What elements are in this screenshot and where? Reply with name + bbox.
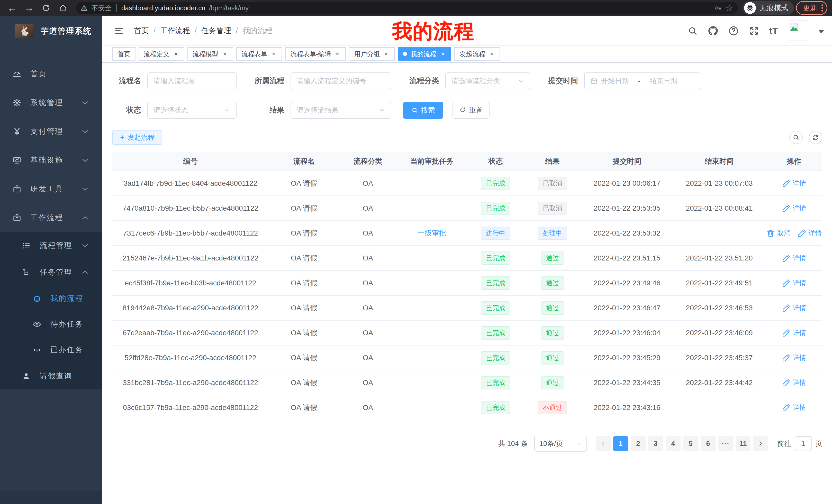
sidebar-item-8[interactable]: 我的流程 (0, 286, 102, 311)
sidebar-item-4[interactable]: 研发工具 (0, 175, 102, 203)
detail-link[interactable]: 详情 (797, 229, 822, 238)
sidebar-item-10[interactable]: 已办任务 (0, 337, 102, 363)
browser-update-button[interactable]: 更新 (796, 1, 827, 15)
update-label[interactable]: 更新 (803, 3, 817, 13)
url-bar[interactable]: 不安全 dashboard.yudao.iocoder.cn/bpm/task/… (76, 2, 738, 14)
tab-label: 流程表单 (241, 50, 267, 58)
close-icon[interactable]: × (439, 50, 446, 58)
refresh-table-button[interactable] (809, 131, 822, 144)
fullscreen-icon[interactable] (749, 25, 759, 36)
tab-3[interactable]: 流程表单× (236, 47, 282, 61)
pen-icon (782, 353, 791, 362)
cell-end-time: 2022-01-22 23:46:09 (673, 329, 765, 337)
cancel-link[interactable]: 取消 (766, 229, 790, 238)
cell-id: 331bc281-7b9a-11ec-a290-acde48001122 (112, 379, 268, 387)
github-icon[interactable] (707, 25, 718, 36)
breadcrumb-item[interactable]: 首页 (134, 26, 149, 36)
saved-password-key-icon[interactable] (714, 4, 722, 12)
detail-link[interactable]: 详情 (782, 278, 806, 288)
page-size-select[interactable]: 10条/页 (534, 436, 587, 452)
search-icon[interactable] (687, 26, 698, 36)
tab-5[interactable]: 用户分组× (349, 47, 395, 61)
detail-link[interactable]: 详情 (782, 254, 806, 263)
chevron-up-icon (80, 213, 90, 222)
show-search-button[interactable] (789, 131, 803, 144)
sidebar-item-5[interactable]: 工作流程 (0, 203, 102, 232)
next-page-button[interactable] (753, 436, 768, 451)
detail-link[interactable]: 详情 (782, 378, 806, 387)
sidebar-item-9[interactable]: 待办任务 (0, 311, 102, 337)
sidebar-item-0[interactable]: 首页 (0, 60, 102, 88)
total-count: 共 104 条 (498, 439, 527, 448)
app-logo[interactable]: 🐇 芋道管理系统 (0, 16, 102, 46)
close-icon[interactable]: × (222, 50, 228, 58)
close-icon[interactable]: × (334, 50, 341, 58)
cell-process-name: OA 请假 (268, 328, 339, 338)
insecure-label[interactable]: 不安全 (92, 4, 111, 12)
cell-status: 进行中 (467, 227, 524, 240)
reset-button[interactable]: 重置 (452, 102, 490, 119)
sidebar-item-1[interactable]: 系统管理 (0, 88, 102, 117)
tab-2[interactable]: 流程模型× (187, 47, 233, 61)
column-header: 当前审批任务 (396, 157, 467, 166)
page-button-4[interactable]: 4 (666, 436, 681, 451)
help-icon[interactable] (728, 25, 739, 36)
breadcrumb-item[interactable]: 任务管理 (201, 26, 231, 36)
browser-forward-icon[interactable]: → (22, 2, 36, 15)
sidebar-item-7[interactable]: 任务管理 (0, 259, 102, 286)
tab-7[interactable]: 发起流程× (454, 47, 500, 61)
cell-submit-time: 2022-01-22 23:46:47 (581, 304, 673, 312)
detail-link[interactable]: 详情 (782, 179, 806, 188)
bookmark-star-icon[interactable]: ☆ (726, 3, 733, 13)
detail-link[interactable]: 详情 (782, 353, 806, 362)
tab-6[interactable]: 我的流程× (398, 47, 451, 61)
table-toolbar: + 发起流程 (112, 130, 822, 145)
page-button-2[interactable]: 2 (631, 436, 646, 451)
result-select[interactable]: 请选择流结果 (290, 102, 391, 119)
browser-home-icon[interactable] (55, 2, 71, 15)
task-link[interactable]: 一级审批 (417, 228, 446, 238)
status-select[interactable]: 请选择状态 (147, 102, 237, 119)
goto-page-input[interactable]: 1 (795, 436, 812, 451)
process-name-input[interactable]: 请输入流程名 (147, 73, 237, 89)
avatar-caret-icon[interactable] (818, 30, 824, 33)
tab-0[interactable]: 首页 (112, 47, 135, 61)
tab-1[interactable]: 流程定义× (138, 47, 184, 61)
detail-link[interactable]: 详情 (782, 303, 806, 313)
detail-link[interactable]: 详情 (782, 328, 806, 338)
create-process-button[interactable]: + 发起流程 (112, 130, 162, 145)
font-size-icon[interactable]: tT (769, 26, 778, 36)
breadcrumb-item[interactable]: 工作流程 (160, 26, 190, 36)
process-category-select[interactable]: 请选择流程分类 (445, 73, 530, 89)
submit-time-range-picker[interactable]: 开始日期 - 结束日期 (584, 73, 700, 89)
sidebar-item-2[interactable]: 支付管理 (0, 117, 102, 146)
browser-back-icon[interactable]: ← (5, 2, 20, 15)
prev-page-button[interactable] (596, 436, 610, 451)
chevron-up-icon (80, 268, 90, 277)
sidebar-item-11[interactable]: 请假查询 (0, 363, 102, 389)
sidebar-item-label: 我的流程 (50, 293, 83, 304)
detail-link[interactable]: 详情 (782, 403, 806, 412)
close-icon[interactable]: × (270, 50, 277, 58)
search-button[interactable]: 搜索 (403, 102, 443, 119)
sidebar-item-6[interactable]: 流程管理 (0, 232, 102, 259)
page-button-1[interactable]: 1 (613, 436, 628, 451)
process-definition-input[interactable]: 请输入流程定义的编号 (290, 73, 391, 89)
page-button-11[interactable]: 11 (735, 436, 751, 451)
cell-status: 已完成 (467, 401, 524, 414)
browser-menu-icon[interactable] (822, 4, 823, 11)
page-button-6[interactable]: 6 (701, 436, 716, 451)
close-icon[interactable]: × (383, 50, 390, 58)
avatar[interactable] (788, 21, 808, 41)
browser-reload-icon[interactable] (38, 2, 53, 15)
detail-link[interactable]: 详情 (782, 204, 806, 213)
hamburger-icon[interactable] (108, 26, 130, 36)
close-icon[interactable]: × (488, 50, 495, 58)
page-button-5[interactable]: 5 (683, 436, 698, 451)
sidebar-item-3[interactable]: 基础设施 (0, 146, 102, 175)
close-icon[interactable]: × (173, 50, 179, 58)
page-ellipsis[interactable]: ··· (718, 436, 733, 451)
page-button-3[interactable]: 3 (648, 436, 663, 451)
status-badge: 已完成 (481, 177, 510, 190)
tab-4[interactable]: 流程表单-编辑× (285, 47, 346, 61)
